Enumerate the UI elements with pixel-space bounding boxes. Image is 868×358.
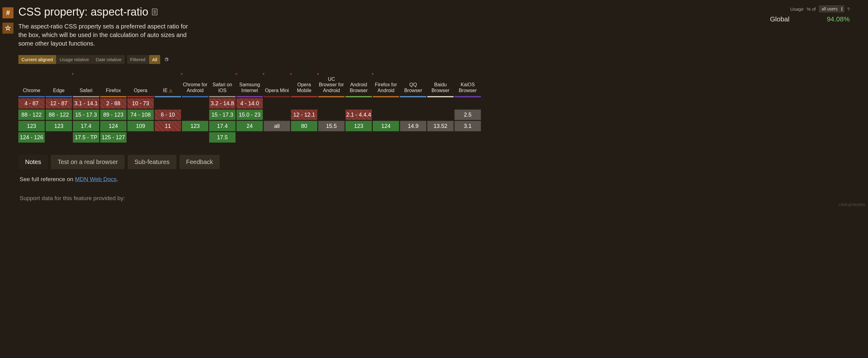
toolbar-date-relative[interactable]: Date relative [93, 55, 124, 64]
browser-header[interactable]: KaiOS Browser [455, 73, 481, 95]
browser-header[interactable]: Safari on iOS* [209, 73, 236, 95]
browser-bar [209, 96, 236, 97]
percent-of-label: % of [807, 6, 816, 12]
version-cell[interactable]: 123 [345, 121, 372, 131]
hash-badge[interactable]: # [2, 7, 13, 19]
browser-col-opera: Opera10 - 7374 - 108109 [127, 73, 154, 142]
browser-header[interactable]: Opera [127, 73, 154, 95]
notes-content: See full reference on MDN Web Docs. [0, 169, 868, 183]
version-cell[interactable]: all [264, 121, 290, 131]
star-badge[interactable]: ☆ [2, 23, 13, 34]
browser-header[interactable]: Baidu Browser [427, 73, 454, 95]
mdn-link[interactable]: MDN Web Docs [75, 176, 117, 182]
version-cell[interactable]: 15.5 [318, 121, 345, 131]
tab-notes[interactable]: Notes [19, 155, 48, 169]
usage-select[interactable]: all users ▴▾ [819, 5, 844, 12]
help-icon[interactable]: ? [847, 6, 849, 12]
browser-col-baidu-browser: Baidu Browser13.52 [427, 73, 454, 142]
version-cell[interactable]: 15 - 17.3 [73, 109, 99, 120]
browser-col-chrome: Chrome4 - 8788 - 122123124 - 126 [19, 73, 45, 142]
toolbar-current-aligned[interactable]: Current aligned [19, 55, 56, 64]
version-cell[interactable]: 123 [45, 121, 72, 131]
browser-bar [318, 96, 345, 97]
version-cell[interactable]: 124 - 126 [19, 132, 45, 142]
toolbar-all[interactable]: All [149, 55, 160, 64]
version-cell[interactable]: 17.4 [73, 121, 99, 131]
version-cell [345, 98, 372, 109]
version-cell[interactable]: 2 - 88 [100, 98, 126, 109]
page-title: CSS property: aspect-ratio [19, 5, 294, 19]
version-cell[interactable]: 2.1 - 4.4.4 [345, 109, 372, 120]
version-cell[interactable]: 74 - 108 [127, 109, 154, 120]
version-cell [318, 109, 345, 120]
version-cell[interactable]: 123 [19, 121, 45, 131]
version-cell[interactable]: 15 - 17.3 [209, 109, 236, 120]
toolbar-filtered[interactable]: Filtered [127, 55, 149, 64]
version-cell[interactable]: 3.2 - 14.8 [209, 98, 236, 109]
browser-header[interactable]: Samsung Internet* [237, 73, 263, 95]
version-cell[interactable]: 12 - 12.1 [291, 109, 317, 120]
tab-feedback[interactable]: Feedback [180, 155, 220, 169]
version-cell[interactable]: 125 - 127 [100, 132, 126, 142]
version-cell[interactable]: 10 - 73 [127, 98, 154, 109]
browser-bar [19, 96, 45, 97]
version-cell[interactable]: 3.1 - 14.1 [73, 98, 99, 109]
version-cell[interactable]: 6 - 10 [155, 109, 181, 120]
view-mode-group: Current alignedUsage relativeDate relati… [19, 55, 125, 64]
browser-bar [264, 96, 290, 97]
version-cell [373, 109, 399, 120]
browser-header[interactable]: Opera Mini* [264, 73, 290, 95]
document-icon[interactable] [152, 8, 157, 15]
version-cell [400, 109, 426, 120]
version-cell[interactable]: 3.1 [455, 121, 481, 131]
watermark: CSDN @75624839 [839, 203, 865, 206]
version-cell[interactable]: 124 [373, 121, 399, 131]
version-cell[interactable]: 88 - 122 [19, 109, 45, 120]
tab-test-on-a-real-browser[interactable]: Test on a real browser [51, 155, 125, 169]
version-cell[interactable]: 17.5 - TP [73, 132, 99, 142]
version-cell[interactable]: 80 [291, 121, 317, 131]
browser-header[interactable]: Chrome [19, 73, 45, 95]
browser-col-uc-browser-for-android: UC Browser for Android15.5 [318, 73, 345, 142]
version-cell[interactable]: 89 - 123 [100, 109, 126, 120]
version-cell[interactable]: 12 - 87 [45, 98, 72, 109]
version-cell[interactable]: 17.5 [209, 132, 236, 142]
browser-header[interactable]: Firefox for Android [373, 73, 399, 95]
version-cell [182, 109, 208, 120]
browser-col-edge: Edge*12 - 8788 - 122123 [45, 73, 72, 142]
browser-col-firefox-for-android: Firefox for Android124 [373, 73, 399, 142]
browser-header[interactable]: Opera Mobile* [291, 73, 317, 95]
toolbar-usage-relative[interactable]: Usage relative [57, 55, 92, 64]
browser-header[interactable]: QQ Browser [400, 73, 426, 95]
browser-col-qq-browser: QQ Browser14.9 [400, 73, 426, 142]
support-data-footer: Support data for this feature provided b… [0, 183, 868, 202]
version-cell[interactable]: 17.4 [209, 121, 236, 131]
browser-header[interactable]: Firefox [100, 73, 126, 95]
support-table: Chrome4 - 8788 - 122123124 - 126Edge*12 … [19, 73, 865, 142]
version-cell [427, 109, 454, 120]
version-cell[interactable]: 4 - 14.0 [237, 98, 263, 109]
browser-header[interactable]: Chrome for Android [182, 73, 208, 95]
browser-header[interactable]: IE⚠* [155, 73, 181, 95]
browser-header[interactable]: Android Browser* [345, 73, 372, 95]
version-cell[interactable]: 123 [182, 121, 208, 131]
version-cell[interactable]: 13.52 [427, 121, 454, 131]
version-cell[interactable]: 14.9 [400, 121, 426, 131]
browser-header[interactable]: Edge* [45, 73, 72, 95]
browser-col-safari: Safari3.1 - 14.115 - 17.317.417.5 - TP [73, 73, 99, 142]
version-cell[interactable]: 109 [127, 121, 154, 131]
gear-icon[interactable] [164, 57, 169, 62]
version-cell[interactable]: 4 - 87 [19, 98, 45, 109]
version-cell[interactable]: 88 - 122 [45, 109, 72, 120]
browser-header[interactable]: UC Browser for Android [318, 73, 345, 95]
usage-label: Usage [790, 6, 803, 12]
version-cell[interactable]: 24 [237, 121, 263, 131]
version-cell[interactable]: 11 [155, 121, 181, 131]
version-cell[interactable]: 15.0 - 23 [237, 109, 263, 120]
version-cell [291, 132, 317, 142]
tab-sub-features[interactable]: Sub-features [128, 155, 177, 169]
description: The aspect-ratio CSS property sets a pre… [19, 22, 190, 48]
version-cell[interactable]: 124 [100, 121, 126, 131]
browser-header[interactable]: Safari [73, 73, 99, 95]
version-cell[interactable]: 2.5 [455, 109, 481, 120]
